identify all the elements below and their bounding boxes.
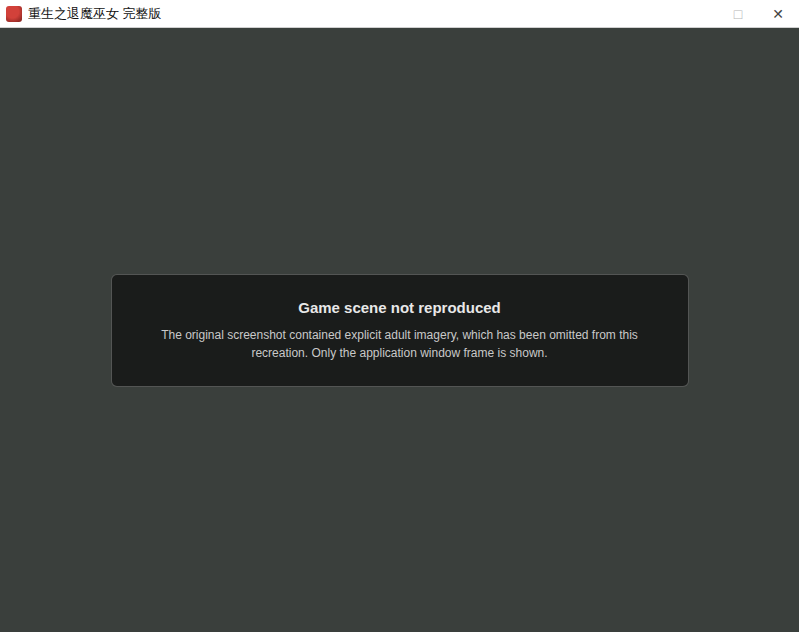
window-title: 重生之退魔巫女 完整版 [28,5,729,23]
app-window: 重生之退魔巫女 完整版 □ ✕ Game scene not reproduce… [0,0,799,632]
title-bar[interactable]: 重生之退魔巫女 完整版 □ ✕ [0,0,799,28]
window-controls: □ ✕ [729,5,787,23]
maximize-button[interactable]: □ [729,5,747,23]
content-placeholder: Game scene not reproduced The original s… [111,274,689,387]
close-button[interactable]: ✕ [769,5,787,23]
placeholder-note: The original screenshot contained explic… [140,326,660,362]
game-viewport: Game scene not reproduced The original s… [0,28,799,632]
app-icon [6,6,22,22]
placeholder-title: Game scene not reproduced [140,299,660,316]
